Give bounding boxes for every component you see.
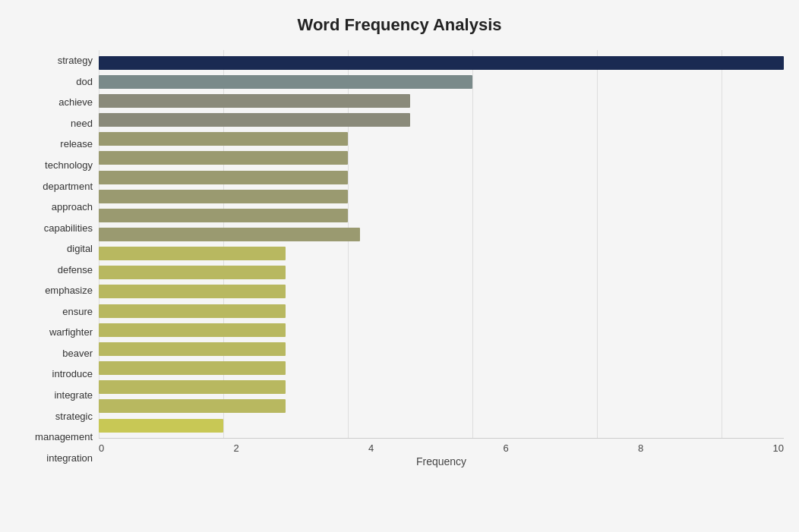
y-label: approach bbox=[52, 202, 93, 212]
y-label: integrate bbox=[54, 390, 93, 400]
y-label: introduce bbox=[52, 369, 93, 379]
bar bbox=[99, 132, 348, 146]
bar bbox=[99, 266, 286, 279]
bar-row bbox=[99, 110, 784, 129]
bar-row bbox=[99, 187, 784, 206]
bars-section bbox=[99, 50, 784, 438]
bar bbox=[99, 342, 286, 356]
x-axis: 0246810 Frequency bbox=[99, 438, 784, 468]
bar bbox=[99, 209, 348, 222]
bar bbox=[99, 380, 286, 394]
bar-row bbox=[99, 244, 784, 263]
bar-row bbox=[99, 301, 784, 320]
bar-row bbox=[99, 149, 784, 168]
bar bbox=[99, 56, 784, 70]
bar bbox=[99, 247, 286, 260]
y-label: defense bbox=[58, 265, 93, 275]
bar-row bbox=[99, 53, 784, 72]
x-tick: 4 bbox=[368, 439, 374, 454]
bar-row bbox=[99, 339, 784, 358]
bar-row bbox=[99, 263, 784, 282]
y-label: strategic bbox=[55, 411, 93, 421]
y-label: technology bbox=[45, 160, 93, 170]
x-tick: 2 bbox=[234, 439, 239, 454]
y-label: strategy bbox=[58, 55, 93, 65]
bar-row bbox=[99, 91, 784, 110]
bar bbox=[99, 94, 410, 108]
y-label: release bbox=[60, 139, 93, 149]
y-label: digital bbox=[67, 244, 93, 253]
y-label: need bbox=[71, 118, 93, 128]
y-label: ensure bbox=[62, 307, 93, 316]
x-tick: 8 bbox=[638, 439, 643, 454]
x-ticks: 0246810 bbox=[99, 439, 784, 454]
chart-title: Word Frequency Analysis bbox=[15, 15, 784, 35]
chart-container: Word Frequency Analysis strategydodachie… bbox=[0, 0, 799, 532]
bar-row bbox=[99, 397, 784, 416]
y-label: department bbox=[43, 181, 93, 191]
bar bbox=[99, 75, 472, 89]
bars-and-xaxis: 0246810 Frequency bbox=[99, 50, 784, 468]
y-axis-labels: strategydodachieveneedreleasetechnologyd… bbox=[15, 50, 99, 468]
x-axis-label: Frequency bbox=[99, 455, 784, 467]
chart-area: strategydodachieveneedreleasetechnologyd… bbox=[15, 50, 784, 468]
bar bbox=[99, 151, 348, 165]
y-label: beaver bbox=[62, 348, 93, 358]
bar bbox=[99, 113, 410, 127]
y-label: emphasize bbox=[45, 285, 93, 295]
y-label: capabilities bbox=[44, 223, 93, 233]
bar bbox=[99, 419, 223, 433]
bar-row bbox=[99, 206, 784, 225]
bar bbox=[99, 323, 286, 337]
bar-row bbox=[99, 320, 784, 339]
y-label: management bbox=[35, 432, 93, 442]
bar-row bbox=[99, 416, 784, 435]
bar-row bbox=[99, 168, 784, 187]
bar bbox=[99, 399, 286, 413]
bar-row bbox=[99, 282, 784, 301]
bar-row bbox=[99, 378, 784, 397]
bar bbox=[99, 285, 286, 298]
x-tick: 6 bbox=[504, 439, 509, 454]
bar-row bbox=[99, 359, 784, 378]
bar bbox=[99, 190, 348, 203]
x-tick: 0 bbox=[99, 439, 104, 454]
y-label: dod bbox=[76, 77, 93, 87]
x-tick: 10 bbox=[773, 439, 784, 454]
bar bbox=[99, 304, 286, 318]
bar bbox=[99, 228, 360, 241]
y-label: integration bbox=[46, 453, 93, 463]
bar-row bbox=[99, 225, 784, 244]
bar-row bbox=[99, 130, 784, 149]
bar-row bbox=[99, 72, 784, 91]
bar bbox=[99, 361, 286, 375]
bars-inner bbox=[99, 50, 784, 438]
bar bbox=[99, 171, 348, 184]
y-label: achieve bbox=[58, 97, 93, 107]
y-label: warfighter bbox=[49, 327, 93, 337]
